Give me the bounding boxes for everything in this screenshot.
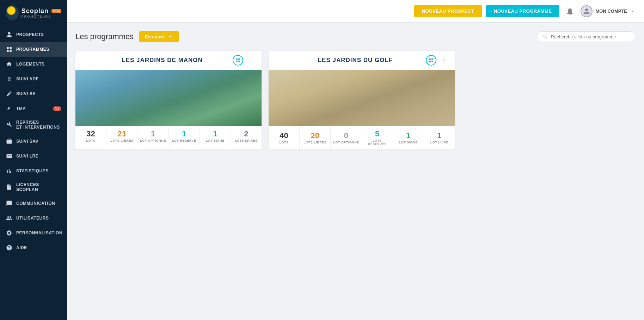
sidebar-item-statistiques-label: STATISTIQUES [16, 168, 49, 173]
stat-label: LOTS [280, 141, 289, 144]
card-image-jardins-manon [75, 70, 262, 126]
account-menu[interactable]: MON COMPTE [581, 5, 636, 17]
euro-icon [6, 75, 13, 82]
sidebar-item-suivi-lre-label: SUIVI LRE [16, 154, 38, 159]
wrench-icon [6, 121, 13, 128]
programmes-grid: LES JARDINS DE MANON ⋮ 32 LOTS 21 LOTS [75, 51, 636, 149]
stat-label: LOTS LIVRÉS [235, 139, 258, 142]
sidebar-item-suivi-se[interactable]: SUIVI SE [0, 86, 67, 101]
stat-number: 2 [244, 130, 248, 138]
logo-sub: PROMOTEURS [22, 15, 61, 18]
person-icon [6, 31, 13, 38]
notification-bell-button[interactable] [564, 5, 576, 18]
stat-lots-libres-golf: 20 LOTS LIBRES [300, 126, 331, 149]
content-header: Les programmes En cours [75, 31, 636, 42]
sidebar-item-aide-label: AIDE [16, 245, 27, 250]
stat-number: 5 [375, 130, 379, 138]
avatar [581, 5, 593, 17]
sidebar-item-communication[interactable]: COMMUNICATION [0, 196, 67, 211]
nouveau-programme-button[interactable]: NOUVEAU PROGRAMME [486, 5, 560, 17]
sidebar-item-programmes[interactable]: PROGRAMMES [0, 42, 67, 57]
sidebar-item-prospects[interactable]: PROSPECTS [0, 27, 67, 42]
home-icon [6, 61, 13, 68]
sidebar-item-licences-label: LICENCES SCOPLAN [16, 182, 61, 192]
sidebar-item-suivi-adf[interactable]: SUIVI ADF [0, 72, 67, 86]
sidebar-item-statistiques[interactable]: STATISTIQUES [0, 164, 67, 178]
stat-number: 1 [437, 131, 441, 140]
sidebar-item-prospects-label: PROSPECTS [16, 32, 44, 37]
card-more-button-golf[interactable]: ⋮ [439, 55, 449, 65]
pen-icon [6, 90, 13, 97]
sidebar-item-personnalisation[interactable]: PERSONNALISATION [0, 226, 67, 240]
suitcase-icon [6, 138, 13, 145]
card-title-jardins-manon: LES JARDINS DE MANON [94, 57, 230, 64]
stat-number: 20 [311, 131, 319, 140]
sidebar-item-utilisateurs-label: UTILISATEURS [16, 216, 49, 221]
stat-label: LOT SIGNÉ [399, 141, 418, 144]
card-programme-icon-button-golf[interactable] [426, 55, 436, 66]
stat-lots: 32 LOTS [75, 126, 106, 146]
logo-beta: BETA [51, 9, 61, 13]
main-area: NOUVEAU PROSPECT NOUVEAU PROGRAMME MON C… [67, 0, 644, 320]
sidebar-item-tma[interactable]: TMA 11 [0, 101, 67, 116]
search-input[interactable] [551, 34, 630, 39]
stat-label: LOT OPTIONNÉ [333, 141, 359, 144]
content-area: Les programmes En cours LES JARDINS DE M… [67, 23, 644, 320]
sidebar-item-suivi-sav-label: SUIVI SAV [16, 139, 38, 144]
logo: Scoplan BETA PROMOTEURS [0, 0, 67, 24]
stat-number: 0 [344, 131, 348, 140]
sidebar-item-personnalisation-label: PERSONNALISATION [16, 230, 62, 235]
stat-label: LOTS LIBRES [303, 141, 326, 144]
filter-dropdown-button[interactable]: En cours [139, 31, 179, 42]
sidebar: Scoplan BETA PROMOTEURS PROSPECTS PROGRA… [0, 0, 67, 320]
sidebar-item-licences[interactable]: LICENCES SCOPLAN [0, 178, 67, 196]
sidebar-item-suivi-lre[interactable]: SUIVI LRE [0, 149, 67, 164]
header: NOUVEAU PROSPECT NOUVEAU PROGRAMME MON C… [67, 0, 644, 23]
stat-lots-golf: 40 LOTS [269, 126, 300, 149]
logo-text: Scoplan [22, 7, 49, 15]
chart-icon [6, 167, 13, 174]
page-title: Les programmes [75, 32, 134, 41]
tma-badge: 11 [53, 106, 61, 111]
stat-label: LOT RÉSERVÉ [172, 139, 196, 142]
stat-lot-reserve: 1 LOT RÉSERVÉ [169, 126, 200, 146]
settings-icon [6, 229, 13, 236]
chevron-down-icon [630, 8, 636, 14]
stat-label: LOT OPTIONNÉ [140, 139, 166, 142]
stat-label: LOT LIVRÉ [430, 141, 449, 144]
group-icon [6, 215, 13, 222]
stat-lot-optionne-golf: 0 LOT OPTIONNÉ [331, 126, 362, 149]
stat-number: 1 [151, 130, 155, 138]
question-icon [6, 244, 13, 251]
stat-label: LOTS LIBRES [110, 139, 133, 142]
stat-number: 32 [86, 130, 95, 138]
sidebar-item-communication-label: COMMUNICATION [16, 201, 55, 206]
sidebar-item-aide[interactable]: AIDE [0, 240, 67, 255]
sidebar-item-reprises[interactable]: REPRISES ET INTERVENTIONS [0, 116, 67, 134]
stat-number: 1 [213, 130, 217, 138]
stat-number: 21 [118, 130, 126, 138]
sidebar-item-suivi-sav[interactable]: SUIVI SAV [0, 134, 67, 149]
sidebar-item-logements[interactable]: LOGEMENTS [0, 57, 67, 72]
card-more-button[interactable]: ⋮ [246, 55, 256, 65]
grid-icon [6, 46, 13, 53]
stat-lots-livres: 2 LOTS LIVRÉS [231, 126, 262, 146]
stat-lots-reserves-golf: 5 LOTS RÉSERVÉS [362, 126, 393, 149]
sidebar-item-tma-label: TMA [16, 106, 26, 111]
card-title-jardins-golf: LES JARDINS DU GOLF [288, 57, 423, 64]
stat-lot-optionne: 1 LOT OPTIONNÉ [137, 126, 168, 146]
chat-icon [6, 200, 13, 207]
programme-card-jardins-manon: LES JARDINS DE MANON ⋮ 32 LOTS 21 LOTS [75, 51, 262, 149]
card-header-jardins-manon: LES JARDINS DE MANON ⋮ [75, 51, 262, 70]
card-image-jardins-golf [269, 70, 455, 126]
card-stats-jardins-manon: 32 LOTS 21 LOTS LIBRES 1 LOT OPTIONNÉ 1 … [75, 126, 262, 146]
sidebar-item-suivi-adf-label: SUIVI ADF [16, 76, 38, 81]
search-bar [537, 31, 636, 42]
card-programme-icon-button[interactable] [233, 55, 243, 66]
sidebar-item-utilisateurs[interactable]: UTILISATEURS [0, 211, 67, 226]
stat-number: 40 [280, 131, 288, 140]
sidebar-item-suivi-se-label: SUIVI SE [16, 91, 36, 96]
nouveau-prospect-button[interactable]: NOUVEAU PROSPECT [414, 5, 482, 17]
sidebar-item-reprises-label1: REPRISES [16, 120, 60, 125]
account-label: MON COMPTE [595, 8, 627, 14]
